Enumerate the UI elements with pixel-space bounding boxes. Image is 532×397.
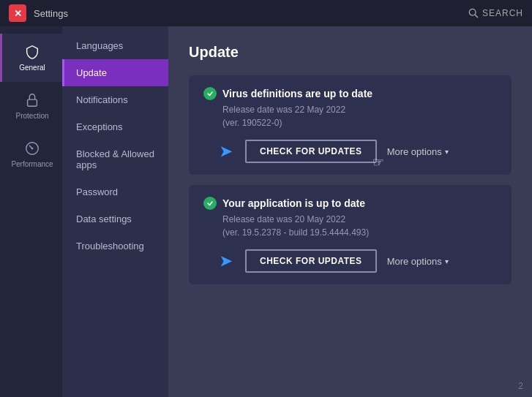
virus-defs-title: Virus definitions are up to date — [222, 88, 372, 99]
gauge-icon — [24, 140, 40, 156]
virus-defs-subtitle: Release date was 22 May 2022(ver. 190522… — [222, 103, 497, 129]
search-button[interactable]: SEARCH — [468, 8, 523, 18]
arrow-indicator-1: ➤ — [220, 143, 232, 160]
arrow-indicator-2: ➤ — [220, 252, 232, 270]
virus-defs-check-icon — [203, 87, 217, 100]
nav-item-languages[interactable]: Languages — [62, 32, 168, 59]
more-options-2-label: More options — [387, 256, 442, 267]
virus-defs-btn-wrapper: CHECK FOR UPDATES ☞ — [245, 140, 377, 163]
close-button[interactable]: ✕ — [9, 4, 26, 22]
search-label: SEARCH — [482, 8, 523, 18]
more-options-1-label: More options — [387, 146, 442, 157]
nav-menu: Languages Update Notifications Exception… — [62, 26, 168, 397]
main-layout: General Protection Performance Languages… — [0, 26, 532, 397]
chevron-down-icon-1: ▾ — [445, 148, 449, 156]
nav-item-update[interactable]: Update — [62, 59, 168, 86]
sidebar-item-general[interactable]: General — [0, 34, 62, 82]
application-card: Your application is up to date Release d… — [189, 185, 512, 284]
more-options-1[interactable]: More options ▾ — [387, 146, 449, 157]
app-title: Settings — [34, 8, 468, 19]
more-options-2[interactable]: More options ▾ — [387, 256, 449, 267]
nav-item-exceptions[interactable]: Exceptions — [62, 113, 168, 140]
application-title: Your application is up to date — [222, 197, 365, 209]
page-title: Update — [189, 44, 512, 61]
svg-line-1 — [475, 15, 478, 18]
svg-point-4 — [31, 148, 34, 150]
page-number: 2 — [518, 381, 523, 391]
sidebar-icons: General Protection Performance — [0, 26, 62, 397]
chevron-down-icon-2: ▾ — [445, 257, 449, 265]
shield-icon — [24, 44, 40, 60]
sidebar-item-performance-label: Performance — [11, 160, 53, 168]
application-actions: ➤ CHECK FOR UPDATES More options ▾ — [220, 249, 497, 273]
content-area: Update Virus definitions are up to date … — [168, 26, 532, 397]
virus-defs-actions: ➤ CHECK FOR UPDATES ☞ More options ▾ — [220, 140, 497, 163]
application-check-icon — [203, 197, 217, 210]
nav-item-notifications[interactable]: Notifications — [62, 86, 168, 113]
svg-rect-2 — [28, 99, 37, 106]
search-icon — [468, 8, 479, 18]
nav-item-blocked-allowed[interactable]: Blocked & Allowed apps — [62, 140, 168, 178]
check-updates-button-2[interactable]: CHECK FOR UPDATES — [245, 249, 377, 273]
application-subtitle: Release date was 20 May 2022(ver. 19.5.2… — [222, 213, 497, 239]
nav-item-data-settings[interactable]: Data settings — [62, 205, 168, 232]
virus-defs-header: Virus definitions are up to date — [203, 87, 497, 100]
sidebar-item-protection[interactable]: Protection — [0, 82, 62, 130]
sidebar-item-general-label: General — [19, 64, 45, 72]
check-updates-button-1[interactable]: CHECK FOR UPDATES — [245, 140, 377, 163]
title-bar: ✕ Settings SEARCH — [0, 0, 532, 26]
application-header: Your application is up to date — [203, 197, 497, 210]
checkmark-icon-2 — [206, 200, 214, 207]
checkmark-icon — [206, 90, 214, 97]
virus-defs-card: Virus definitions are up to date Release… — [189, 75, 512, 175]
lock-icon — [24, 92, 40, 108]
sidebar-item-performance[interactable]: Performance — [0, 130, 62, 178]
sidebar-item-protection-label: Protection — [15, 112, 48, 120]
nav-item-troubleshooting[interactable]: Troubleshooting — [62, 232, 168, 260]
nav-item-password[interactable]: Password — [62, 178, 168, 205]
